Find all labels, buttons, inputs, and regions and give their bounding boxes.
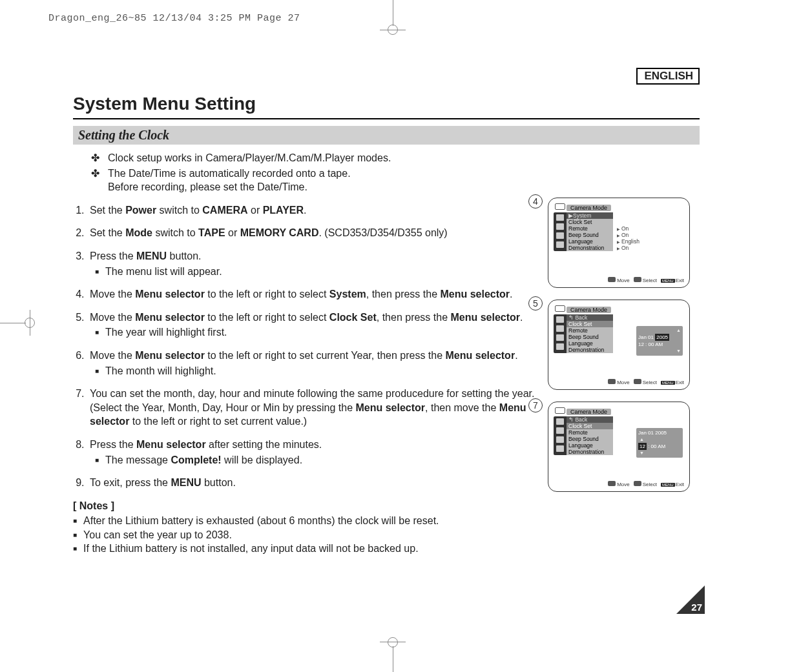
menu-item-label: Language <box>567 340 613 347</box>
menu-heading: ▶System <box>567 212 613 219</box>
step-7: You can set the month, day, hour and min… <box>87 387 535 429</box>
crop-mark-left <box>26 310 52 336</box>
back-item: ↰ Back <box>567 416 613 423</box>
menu-item-value: On <box>617 232 629 238</box>
step-5-sub: The year will highlight first. <box>95 325 535 340</box>
step-4: Move the Menu selector to the left or ri… <box>87 287 535 301</box>
step-1: Set the Power switch to CAMERA or PLAYER… <box>87 203 535 218</box>
menu-item-label: Clock Set <box>567 321 613 327</box>
screen-title: Camera Mode <box>567 409 611 415</box>
sidebar-icon <box>556 223 564 230</box>
step-9: To exit, press the MENU button. <box>87 476 535 490</box>
step-circle: 4 <box>528 194 543 209</box>
page-content: ENGLISH System Menu Setting Setting the … <box>73 71 700 556</box>
step-circle: 7 <box>528 398 543 412</box>
date-panel: ▲ Jan 01 2005 12 : 00 AM ▼ <box>636 326 683 356</box>
menu-badge-icon: MENU <box>661 381 675 385</box>
sidebar-icon <box>556 316 564 323</box>
screen-footer: Move Select MENUExit <box>554 481 684 487</box>
screen-title: Camera Mode <box>567 307 611 313</box>
print-header: Dragon_eng_26~85 12/13/04 3:25 PM Page 2… <box>48 13 300 24</box>
menu-item-label: Clock Set <box>567 423 613 429</box>
menu-item-value: English <box>617 238 640 245</box>
menu-item-label: Demonstration <box>567 245 613 251</box>
sidebar-icon <box>556 334 564 341</box>
arrow-up-icon: ▲ <box>638 327 681 334</box>
step-circle: 5 <box>528 296 543 311</box>
page-number: 27 <box>691 602 702 613</box>
note-item: You can set the year up to 2038. <box>73 528 535 542</box>
screen-step-4: 4 Camera Mode ▶System Clock Set <box>548 198 700 288</box>
menu-item-label: Remote <box>567 225 613 232</box>
title-rule <box>73 118 700 119</box>
move-icon <box>608 277 616 282</box>
language-label: ENGLISH <box>636 68 700 85</box>
menu-item-label: Beep Sound <box>567 334 613 340</box>
body-text: ✤Clock setup works in Camera/Player/M.Ca… <box>73 151 535 556</box>
screen-step-5: 5 Camera Mode ↰ Back Clock Set <box>548 300 700 390</box>
page-number-badge: 27 <box>676 585 705 614</box>
bullet-dagger-icon: ✤ <box>91 151 108 165</box>
date-panel: Jan 01 2005 ▲ 12 : 00 AM ▼ <box>636 428 683 458</box>
screen-step-7: 7 Camera Mode ↰ Back Clock Set <box>548 402 700 492</box>
notes-heading: [ Notes ] <box>73 499 535 513</box>
step-3: Press the MENU button. The menu list wil… <box>87 249 535 278</box>
step-8-sub: The message Complete! will be displayed. <box>95 453 535 467</box>
bullet-dagger-icon: ✤ <box>91 167 108 194</box>
camera-icon <box>555 305 565 312</box>
dagger-item: Clock setup works in Camera/Player/M.Cam… <box>108 151 391 165</box>
sidebar-icon <box>556 436 564 443</box>
page-title: System Menu Setting <box>73 94 700 114</box>
menu-badge-icon: MENU <box>661 483 675 487</box>
select-icon <box>634 379 641 384</box>
dagger-subtext: Before recording, please set the Date/Ti… <box>108 181 307 192</box>
section-subhead: Setting the Clock <box>73 126 700 145</box>
menu-item-label: Remote <box>567 429 613 436</box>
sidebar-icon <box>556 427 564 434</box>
select-icon <box>634 277 641 282</box>
crop-mark-bottom <box>380 633 406 672</box>
screen-title: Camera Mode <box>567 205 611 211</box>
screenshot-column: 4 Camera Mode ▶System Clock Set <box>548 198 700 556</box>
step-8: Press the Menu selector after setting th… <box>87 438 535 467</box>
menu-item-value: On <box>617 225 629 232</box>
step-2: Set the Mode switch to TAPE or MEMORY CA… <box>87 226 535 240</box>
sidebar-icon <box>556 232 564 239</box>
note-item: After the Lithium battery is exhausted (… <box>73 514 535 528</box>
arrow-up-icon: ▲ <box>638 436 681 443</box>
move-icon <box>608 481 616 486</box>
menu-item-label: Beep Sound <box>567 232 613 238</box>
sidebar-icon <box>556 214 564 221</box>
sidebar-icon <box>556 325 564 332</box>
screen-footer: Move Select MENUExit <box>554 277 684 283</box>
note-item: If the Lithium battery is not installed,… <box>73 542 535 556</box>
move-icon <box>608 379 616 384</box>
sidebar-icon <box>556 445 564 452</box>
sidebar-icons <box>554 314 567 353</box>
menu-item-label: Language <box>567 238 613 245</box>
back-item: ↰ Back <box>567 314 613 321</box>
menu-badge-icon: MENU <box>661 279 675 283</box>
step-5: Move the Menu selector to the left or ri… <box>87 311 535 340</box>
crop-mark-top <box>380 0 406 39</box>
menu-item-label: Demonstration <box>567 449 613 455</box>
sidebar-icon <box>556 241 564 248</box>
menu-item-label: Demonstration <box>567 347 613 353</box>
arrow-down-icon: ▼ <box>638 450 681 456</box>
camera-icon <box>555 203 565 210</box>
sidebar-icon <box>556 418 564 425</box>
year-highlight: 2005 <box>655 334 669 341</box>
hour-highlight: 12 <box>638 443 647 450</box>
menu-item-value: On <box>617 245 629 251</box>
step-6-sub: The month will highlight. <box>95 364 535 378</box>
sidebar-icons <box>554 416 567 455</box>
menu-item-label: Beep Sound <box>567 436 613 442</box>
step-3-sub: The menu list will appear. <box>95 265 535 279</box>
screen-footer: Move Select MENUExit <box>554 379 684 385</box>
menu-item-label: Language <box>567 442 613 449</box>
select-icon <box>634 481 641 486</box>
sidebar-icon <box>556 343 564 350</box>
sidebar-icons <box>554 212 567 251</box>
dagger-item: The Date/Time is automatically recorded … <box>108 168 351 179</box>
arrow-down-icon: ▼ <box>638 348 681 354</box>
